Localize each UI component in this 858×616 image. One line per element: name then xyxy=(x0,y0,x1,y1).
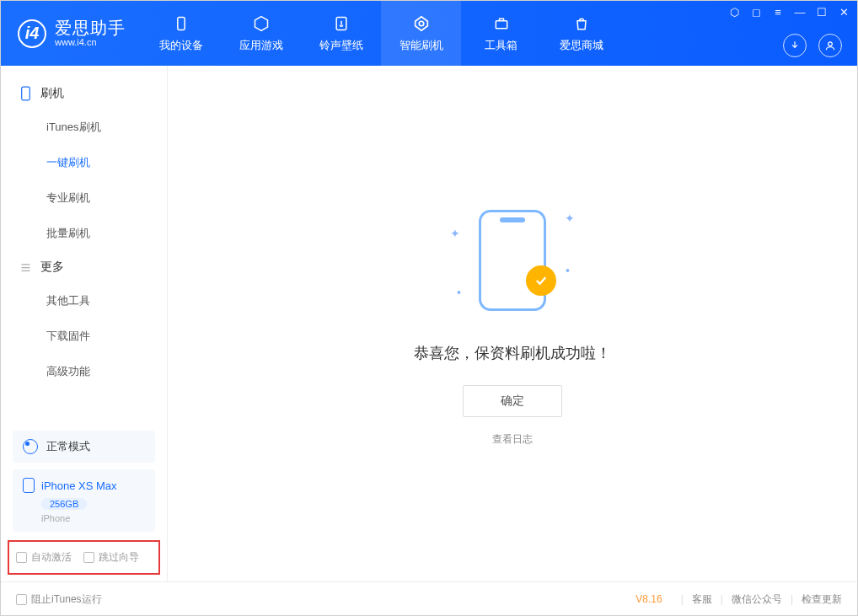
sidebar-section-more: 更多 xyxy=(1,251,167,283)
sparkle-icon: • xyxy=(566,264,570,277)
device-type: iPhone xyxy=(41,513,145,523)
checkbox-label: 自动激活 xyxy=(31,550,72,565)
sidebar-item-batch-flash[interactable]: 批量刷机 xyxy=(1,216,167,251)
apps-icon xyxy=(252,14,271,33)
checkbox-label: 跳过向导 xyxy=(99,550,139,565)
logo-block: i4 爱思助手 www.i4.cn xyxy=(1,19,141,47)
nav-label: 智能刷机 xyxy=(400,38,443,53)
mode-icon xyxy=(23,439,38,454)
checkbox-icon xyxy=(16,594,27,605)
version-label: V8.16 xyxy=(635,593,662,605)
nav-label: 我的设备 xyxy=(159,38,203,53)
sparkle-icon: ✦ xyxy=(450,227,460,240)
app-header: i4 爱思助手 www.i4.cn 我的设备 应用游戏 铃声壁纸 智能刷机 工具… xyxy=(1,1,857,66)
brand-name: 爱思助手 xyxy=(55,19,126,37)
menu-icon[interactable]: ≡ xyxy=(771,6,785,19)
device-name: iPhone XS Max xyxy=(41,479,117,492)
sidebar-item-itunes-flash[interactable]: iTunes刷机 xyxy=(1,110,167,145)
device-mode-box[interactable]: 正常模式 xyxy=(13,431,155,463)
svg-rect-3 xyxy=(496,20,507,28)
sidebar-section-label: 更多 xyxy=(40,260,64,275)
skin-icon[interactable]: ⬡ xyxy=(727,6,741,19)
sidebar-item-advanced[interactable]: 高级功能 xyxy=(1,354,167,389)
sparkle-icon: ✦ xyxy=(565,212,575,225)
sidebar-item-pro-flash[interactable]: 专业刷机 xyxy=(1,180,167,216)
user-icon[interactable] xyxy=(818,34,842,57)
checkbox-icon xyxy=(16,552,27,563)
ok-button[interactable]: 确定 xyxy=(463,385,562,417)
window-controls: ⬡ ◻ ≡ — ☐ ✕ xyxy=(727,6,850,19)
wechat-link[interactable]: 微信公众号 xyxy=(732,592,782,607)
svg-rect-0 xyxy=(177,17,184,29)
check-update-link[interactable]: 检查更新 xyxy=(802,592,842,607)
block-itunes-checkbox[interactable]: 阻止iTunes运行 xyxy=(16,592,102,607)
nav-label: 应用游戏 xyxy=(239,38,283,53)
sidebar-item-other-tools[interactable]: 其他工具 xyxy=(1,283,167,319)
device-info-box[interactable]: iPhone XS Max 256GB iPhone xyxy=(13,469,155,532)
skip-guide-checkbox[interactable]: 跳过向导 xyxy=(83,550,139,565)
success-illustration: ✦ ✦ • • xyxy=(453,201,571,319)
svg-point-2 xyxy=(419,21,424,26)
success-check-icon xyxy=(526,265,556,296)
sparkle-icon: • xyxy=(457,286,461,299)
close-icon[interactable]: ✕ xyxy=(837,6,850,19)
view-log-link[interactable]: 查看日志 xyxy=(492,432,533,447)
success-message: 恭喜您，保资料刷机成功啦！ xyxy=(414,343,611,363)
logo-icon: i4 xyxy=(18,19,46,48)
feedback-icon[interactable]: ◻ xyxy=(749,6,763,19)
top-nav: 我的设备 应用游戏 铃声壁纸 智能刷机 工具箱 爱思商城 xyxy=(141,1,621,66)
header-actions xyxy=(783,34,842,57)
nav-toolbox[interactable]: 工具箱 xyxy=(461,1,541,66)
auto-activate-checkbox[interactable]: 自动激活 xyxy=(16,550,72,565)
nav-label: 铃声壁纸 xyxy=(319,38,363,53)
phone-icon xyxy=(19,86,32,101)
nav-apps[interactable]: 应用游戏 xyxy=(221,1,301,66)
svg-point-4 xyxy=(829,42,833,46)
main-content: ✦ ✦ • • 恭喜您，保资料刷机成功啦！ 确定 查看日志 xyxy=(168,66,857,581)
device-icon xyxy=(172,14,190,33)
flash-icon xyxy=(412,14,431,33)
toolbox-icon xyxy=(492,14,511,33)
nav-label: 爱思商城 xyxy=(560,38,603,53)
mode-label: 正常模式 xyxy=(46,439,90,454)
footer: 阻止iTunes运行 V8.16 | 客服 | 微信公众号 | 检查更新 xyxy=(1,581,857,616)
svg-rect-5 xyxy=(22,87,30,100)
sidebar-item-onekey-flash[interactable]: 一键刷机 xyxy=(1,145,167,180)
brand-url: www.i4.cn xyxy=(55,37,126,47)
checkbox-icon xyxy=(83,552,94,563)
support-link[interactable]: 客服 xyxy=(692,592,712,607)
sidebar-section-flash: 刷机 xyxy=(1,78,167,110)
phone-icon xyxy=(23,478,35,493)
store-icon xyxy=(572,14,591,33)
nav-label: 工具箱 xyxy=(485,38,517,53)
nav-ringtones[interactable]: 铃声壁纸 xyxy=(301,1,381,66)
download-icon[interactable] xyxy=(783,34,807,57)
ringtone-icon xyxy=(332,14,351,33)
list-icon xyxy=(19,261,32,274)
minimize-icon[interactable]: — xyxy=(793,6,807,19)
sidebar: 刷机 iTunes刷机 一键刷机 专业刷机 批量刷机 更多 其他工具 下载固件 … xyxy=(1,66,168,581)
phone-illustration-icon xyxy=(479,210,546,311)
nav-flash[interactable]: 智能刷机 xyxy=(381,1,461,66)
sidebar-item-download-firmware[interactable]: 下载固件 xyxy=(1,319,167,354)
device-storage-badge: 256GB xyxy=(41,498,87,510)
flash-options-row: 自动激活 跳过向导 xyxy=(8,540,160,575)
maximize-icon[interactable]: ☐ xyxy=(815,6,829,19)
nav-store[interactable]: 爱思商城 xyxy=(541,1,621,66)
nav-my-device[interactable]: 我的设备 xyxy=(141,1,221,66)
sidebar-section-label: 刷机 xyxy=(40,86,64,101)
checkbox-label: 阻止iTunes运行 xyxy=(31,592,102,607)
